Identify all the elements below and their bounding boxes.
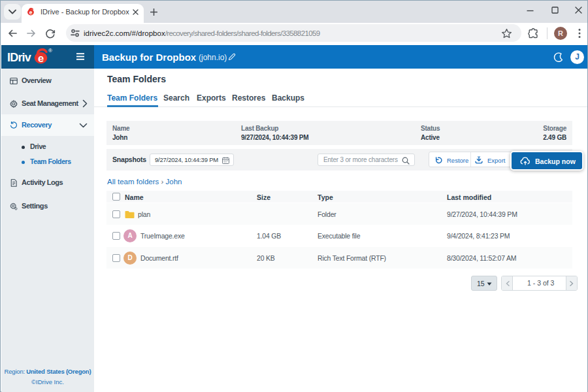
svg-text:e: e xyxy=(38,52,44,64)
svg-text:e: e xyxy=(29,9,33,16)
